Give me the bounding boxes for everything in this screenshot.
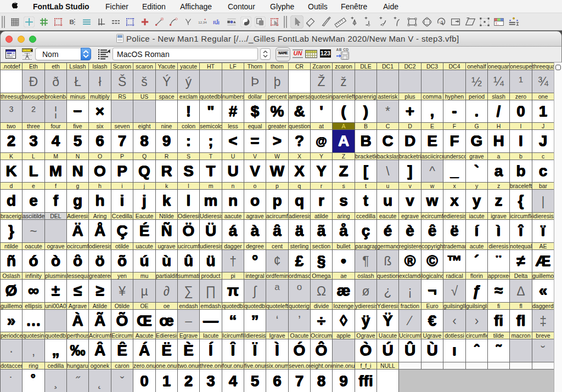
- svg-text:T₁: T₁: [496, 22, 499, 26]
- svg-text:ıմ: ıմ: [213, 19, 218, 25]
- svg-text:12,34: 12,34: [198, 20, 207, 24]
- svg-text:B: B: [70, 19, 74, 25]
- svg-text:↺: ↺: [439, 20, 443, 25]
